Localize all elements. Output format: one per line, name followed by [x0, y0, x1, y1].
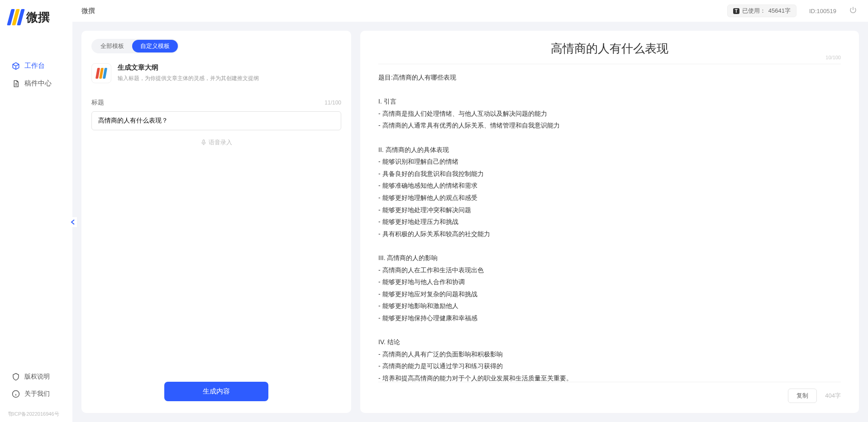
- content: 全部模板 自定义模板 生成文章大纲 输入标题，为你提供文章主体的灵感，并为其创建…: [72, 22, 868, 422]
- mic-icon: [200, 139, 207, 146]
- svg-rect-3: [203, 140, 205, 143]
- page-title: 微撰: [81, 7, 95, 15]
- title-input[interactable]: [91, 111, 341, 130]
- icp-text: 鄂ICP备2022016946号: [0, 408, 72, 422]
- sidebar-nav: 工作台 稿件中心: [0, 57, 72, 368]
- output-char-count: 404字: [825, 392, 841, 400]
- info-icon: [12, 390, 20, 398]
- template-icon: [91, 63, 111, 83]
- output-title: 高情商的人有什么表现: [551, 41, 668, 57]
- usage-badge-icon: T: [733, 8, 739, 14]
- main-area: 微撰 T 已使用： 45641字 ID:100519 全部模板 自定义模板: [72, 0, 868, 422]
- user-id: ID:100519: [809, 8, 836, 14]
- voice-input-button[interactable]: 语音录入: [91, 138, 341, 147]
- logo[interactable]: 微撰: [0, 0, 72, 34]
- copy-button[interactable]: 复制: [788, 389, 817, 403]
- nav-label: 稿件中心: [24, 79, 52, 88]
- usage-label: 已使用：: [742, 7, 766, 15]
- template-title: 生成文章大纲: [118, 63, 259, 72]
- template-desc: 输入标题，为你提供文章主体的灵感，并为其创建推文提纲: [118, 75, 259, 82]
- power-button[interactable]: [849, 6, 857, 16]
- power-icon: [849, 6, 857, 14]
- title-field-section: 标题 11/100: [91, 99, 341, 130]
- output-footer: 复制 404字: [378, 382, 841, 403]
- tab-all-templates[interactable]: 全部模板: [92, 40, 132, 52]
- left-panel: 全部模板 自定义模板 生成文章大纲 输入标题，为你提供文章主体的灵感，并为其创建…: [81, 31, 351, 413]
- sidebar-item-workspace[interactable]: 工作台: [5, 57, 67, 75]
- output-title-row: 高情商的人有什么表现 10/100: [378, 41, 841, 64]
- usage-badge[interactable]: T 已使用： 45641字: [727, 5, 796, 17]
- header-right: T 已使用： 45641字 ID:100519: [727, 5, 857, 17]
- template-info: 生成文章大纲 输入标题，为你提供文章主体的灵感，并为其创建推文提纲: [118, 63, 259, 82]
- template-tabs: 全部模板 自定义模板: [91, 39, 179, 53]
- generate-button[interactable]: 生成内容: [164, 382, 268, 401]
- output-body[interactable]: 题目:高情商的人有哪些表现 I. 引言 - 高情商是指人们处理情绪、与他人互动以…: [378, 64, 841, 382]
- cube-icon: [12, 62, 20, 70]
- document-icon: [12, 80, 20, 88]
- tab-custom-templates[interactable]: 自定义模板: [132, 40, 178, 52]
- title-field-counter: 11/100: [324, 100, 341, 106]
- sidebar-item-about[interactable]: 关于我们: [5, 385, 67, 403]
- nav-label: 工作台: [24, 62, 45, 70]
- sidebar-collapse-toggle[interactable]: [69, 217, 77, 227]
- logo-text: 微撰: [26, 9, 50, 25]
- sidebar-bottom: 版权说明 关于我们: [0, 368, 72, 408]
- usage-value: 45641字: [768, 7, 791, 15]
- sidebar: 微撰 工作台 稿件中心 版权说明 关于我们 鄂ICP备2022016946号: [0, 0, 72, 422]
- nav-label: 版权说明: [24, 373, 50, 381]
- output-title-counter: 10/100: [825, 55, 841, 60]
- header: 微撰 T 已使用： 45641字 ID:100519: [72, 0, 868, 22]
- voice-input-label: 语音录入: [209, 138, 232, 147]
- sidebar-item-drafts[interactable]: 稿件中心: [5, 75, 67, 92]
- shield-icon: [12, 373, 20, 381]
- sidebar-item-copyright[interactable]: 版权说明: [5, 368, 67, 385]
- logo-icon: [9, 9, 23, 25]
- title-field-label: 标题: [91, 99, 104, 107]
- chevron-left-icon: [71, 219, 75, 225]
- right-panel: 高情商的人有什么表现 10/100 题目:高情商的人有哪些表现 I. 引言 - …: [360, 31, 859, 413]
- nav-label: 关于我们: [24, 390, 50, 398]
- template-card: 生成文章大纲 输入标题，为你提供文章主体的灵感，并为其创建推文提纲: [91, 63, 341, 83]
